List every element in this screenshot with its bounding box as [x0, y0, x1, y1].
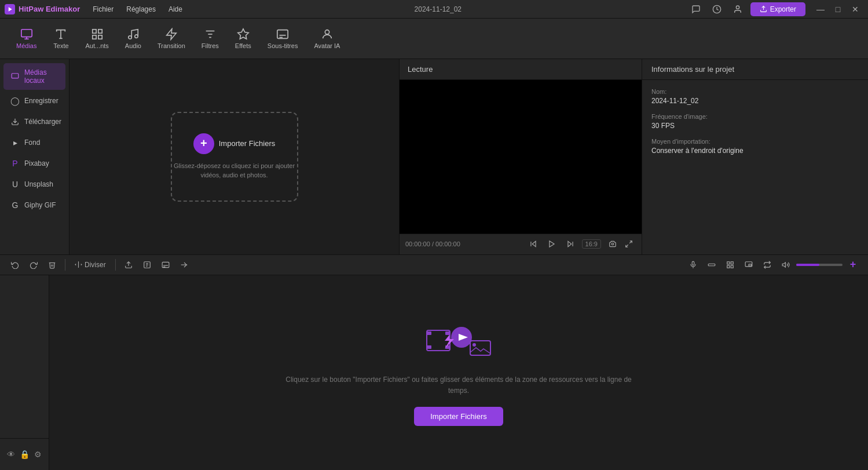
sidebar-label-fond: Fond — [24, 139, 40, 147]
delete-button[interactable] — [44, 257, 60, 273]
toolbar-item-sous-titres[interactable]: Sous-titres — [261, 24, 305, 53]
svg-rect-55 — [445, 331, 450, 335]
sidebar-item-enregistrer[interactable]: ◯ Enregistrer — [3, 91, 65, 111]
timeline-hint: Cliquez sur le bouton "Importer Fichiers… — [285, 374, 632, 396]
timeline: 👁 🔒 ⚙ C — [0, 275, 868, 471]
svg-rect-12 — [92, 35, 96, 39]
svg-rect-13 — [98, 35, 101, 39]
maximize-button[interactable]: □ — [830, 1, 846, 17]
clock-icon[interactable] — [709, 1, 725, 17]
split-button[interactable]: Diviser — [70, 257, 111, 273]
sidebar-item-medias-locaux[interactable]: Médias locaux — [3, 63, 65, 90]
timeline-main: Cliquez sur le bouton "Importer Fichiers… — [49, 275, 868, 471]
export-clip-button[interactable] — [120, 257, 137, 273]
toolbar-item-filtres[interactable]: Filtres — [195, 24, 226, 53]
svg-rect-60 — [470, 341, 490, 355]
speed-button[interactable] — [704, 257, 720, 273]
svg-rect-49 — [731, 265, 733, 268]
subtitle-button[interactable] — [158, 257, 174, 273]
close-button[interactable]: ✕ — [847, 1, 863, 17]
minimize-button[interactable]: — — [812, 1, 829, 17]
toolbar-label-effets: Effets — [235, 42, 251, 49]
undo-button[interactable] — [7, 257, 23, 273]
timeline-empty-icon — [424, 319, 493, 365]
mic-button[interactable] — [685, 257, 701, 273]
svg-point-3 — [736, 6, 739, 9]
bottom-toolbar: Diviser + — [0, 254, 868, 275]
svg-marker-16 — [167, 29, 177, 39]
track-settings-icon[interactable]: ⚙ — [34, 450, 42, 459]
menu-fichier[interactable]: Fichier — [87, 3, 119, 15]
toolbar-item-transition[interactable]: Transition — [151, 24, 192, 53]
sidebar-label-enregistrer: Enregistrer — [24, 97, 58, 105]
sidebar-item-unsplash[interactable]: U Unsplash — [3, 174, 65, 194]
export-button[interactable]: Exporter — [750, 2, 805, 16]
fullscreen-button[interactable] — [622, 237, 636, 251]
import-dropzone[interactable]: + Importer Fichiers Glissez-déposez ou c… — [171, 112, 298, 202]
toolbar-item-audio[interactable]: Audio — [118, 24, 148, 53]
svg-rect-56 — [427, 345, 431, 349]
sidebar-label-telecharger: Télécharger — [24, 118, 61, 126]
toolbar-label-texte: Texte — [53, 42, 68, 49]
text-overlay-button[interactable] — [139, 257, 155, 273]
titlebar: HitPaw Edimakor Fichier Réglages Aide 20… — [0, 0, 868, 19]
next-frame-button[interactable] — [563, 237, 577, 251]
import-timeline-button[interactable]: Importer Fichiers — [414, 407, 503, 426]
sidebar: Médias locaux ◯ Enregistrer Télécharger … — [0, 59, 69, 254]
snapshot-button[interactable] — [606, 237, 620, 251]
chat-icon[interactable] — [688, 1, 704, 17]
time-total: 00:00:00 — [435, 241, 460, 247]
effets-icon — [237, 28, 250, 41]
toolbar-label-avatar-ia: Avatar IA — [314, 42, 340, 49]
divider-1 — [65, 259, 65, 271]
sidebar-item-fond[interactable]: ▸ Fond — [3, 133, 65, 152]
export-label: Exporter — [770, 5, 796, 13]
track-lock-icon[interactable]: 🔒 — [20, 450, 30, 459]
add-track-button[interactable]: + — [845, 257, 861, 273]
import-hint: Glissez-déposez ou cliquez ici pour ajou… — [172, 161, 297, 180]
prev-frame-button[interactable] — [526, 237, 540, 251]
toolbar-item-avatar-ia[interactable]: Avatar IA — [307, 24, 347, 53]
user-icon[interactable] — [730, 1, 746, 17]
toolbar-item-medias[interactable]: Médias — [9, 24, 43, 53]
sidebar-item-giphy-gif[interactable]: G Giphy GIF — [3, 195, 65, 215]
info-value-import: Conserver à l'endroit d'origine — [651, 147, 859, 155]
sidebar-label-pixabay: Pixabay — [24, 159, 49, 167]
redo-button[interactable] — [25, 257, 42, 273]
preview-title: Lecture — [408, 65, 433, 74]
sidebar-label-unsplash: Unsplash — [24, 180, 53, 188]
info-panel: Informations sur le projet Nom: 2024-11-… — [642, 59, 868, 254]
sidebar-item-pixabay[interactable]: P Pixabay — [3, 154, 65, 173]
divider-2 — [115, 259, 116, 271]
svg-rect-5 — [21, 30, 32, 37]
menu-aide[interactable]: Aide — [163, 3, 188, 15]
filtres-icon — [204, 28, 217, 41]
avatar-ia-icon — [321, 28, 334, 41]
pip-button[interactable] — [741, 257, 757, 273]
fond-icon: ▸ — [10, 138, 20, 147]
toolbar-label-autents: Aut...nts — [85, 42, 108, 49]
toolbar-item-autents[interactable]: Aut...nts — [78, 24, 115, 53]
giphy-icon: G — [10, 201, 20, 210]
svg-rect-43 — [692, 261, 694, 265]
marker-button[interactable] — [176, 257, 192, 273]
layout-button[interactable] — [722, 257, 738, 273]
preview-extra-buttons — [606, 237, 636, 251]
info-header: Informations sur le projet — [642, 59, 868, 80]
info-label-import: Moyen d'importation: — [651, 138, 859, 145]
menu-reglages[interactable]: Réglages — [120, 3, 162, 15]
svg-point-31 — [611, 243, 614, 245]
track-eye-icon[interactable]: 👁 — [7, 450, 15, 459]
enregistrer-icon: ◯ — [10, 96, 20, 105]
toolbar-label-sous-titres: Sous-titres — [268, 42, 298, 49]
project-title: 2024-11-12_02 — [195, 5, 681, 13]
toolbar-item-texte[interactable]: Texte — [46, 24, 76, 53]
play-button[interactable] — [545, 237, 559, 251]
volume-slider[interactable] — [796, 264, 843, 266]
loop-button[interactable] — [759, 257, 775, 273]
sidebar-item-telecharger[interactable]: Télécharger — [3, 112, 65, 132]
svg-rect-40 — [162, 262, 169, 267]
toolbar-item-effets[interactable]: Effets — [228, 24, 258, 53]
svg-marker-28 — [549, 241, 554, 247]
svg-rect-11 — [98, 30, 101, 33]
